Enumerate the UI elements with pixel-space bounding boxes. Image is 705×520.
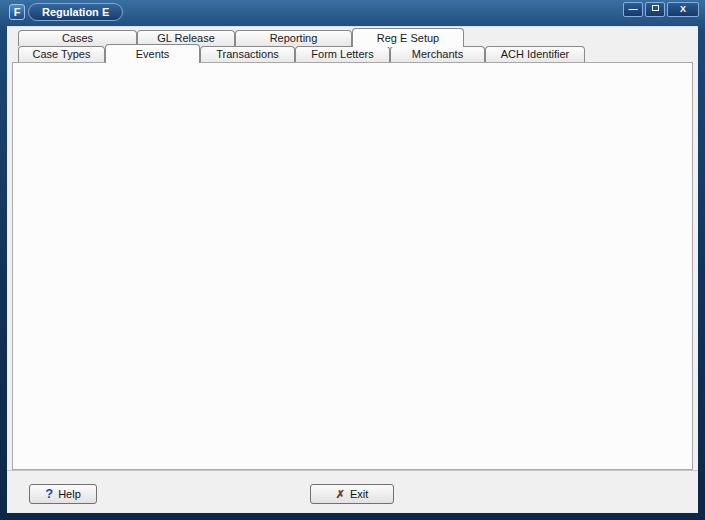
maximize-button[interactable]: [645, 2, 665, 17]
maximize-icon: [652, 5, 659, 11]
minimize-button[interactable]: —: [623, 2, 643, 17]
tab-merchants[interactable]: Merchants: [390, 46, 485, 63]
help-question-icon: ?: [45, 486, 53, 501]
exit-button[interactable]: ✗Exit: [310, 484, 394, 504]
events-tab-page: [12, 62, 693, 470]
window-title: Regulation E: [28, 3, 123, 21]
tab-transactions[interactable]: Transactions: [200, 46, 295, 63]
exit-x-icon: ✗: [336, 488, 345, 500]
title-bar: F Regulation E — X: [0, 0, 705, 26]
tab-form-letters[interactable]: Form Letters: [295, 46, 390, 63]
tab-reporting[interactable]: Reporting: [235, 30, 352, 46]
app-window: F Regulation E — X CasesGL ReleaseReport…: [0, 0, 705, 520]
help-button[interactable]: ?Help: [29, 484, 97, 504]
tab-ach-identifier[interactable]: ACH Identifier: [485, 46, 585, 63]
tab-events[interactable]: Events: [105, 44, 200, 63]
app-logo-icon: F: [9, 4, 25, 20]
tab-reg-e-setup[interactable]: Reg E Setup: [352, 28, 464, 47]
close-button[interactable]: X: [667, 2, 699, 17]
tab-case-types[interactable]: Case Types: [18, 46, 105, 63]
